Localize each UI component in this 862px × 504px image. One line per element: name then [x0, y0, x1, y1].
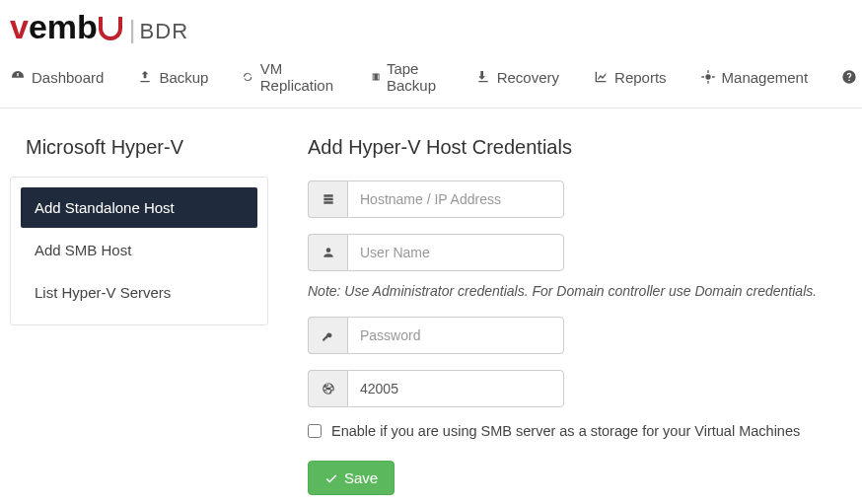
brand-logo: vemb | BDR [0, 0, 862, 50]
nav-recovery-label: Recovery [497, 69, 559, 86]
smb-row: Enable if you are using SMB server as a … [308, 423, 852, 439]
refresh-icon [242, 69, 253, 85]
nav-dashboard-label: Dashboard [32, 69, 104, 86]
globe-icon [308, 370, 347, 407]
nav-vmrep-label: VM Replication [260, 60, 337, 94]
brand-separator: | [129, 15, 136, 45]
sidebar-item-add-standalone-host[interactable]: Add Standalone Host [21, 187, 257, 228]
dashboard-icon [10, 69, 26, 85]
save-button-label: Save [344, 469, 378, 486]
upload-icon [137, 69, 153, 85]
brand-u-glyph [99, 17, 122, 40]
film-icon [371, 69, 381, 85]
main-nav: Dashboard Backup VM Replication Tape Bac… [0, 50, 862, 108]
server-icon [308, 180, 347, 218]
sidebar-item-add-smb-host[interactable]: Add SMB Host [21, 230, 257, 270]
user-icon [308, 234, 347, 271]
smb-label[interactable]: Enable if you are using SMB server as a … [331, 423, 800, 439]
password-input[interactable] [347, 317, 564, 354]
sidebar-item-label: List Hyper-V Servers [35, 284, 171, 301]
sidebar-item-label: Add Standalone Host [35, 199, 175, 216]
brand-product: BDR [140, 19, 188, 44]
port-row [308, 370, 564, 407]
nav-reports[interactable]: Reports [593, 60, 667, 94]
nav-backup[interactable]: Backup [137, 60, 208, 94]
chart-line-icon [593, 69, 609, 85]
nav-help[interactable]: Help [841, 60, 862, 94]
nav-vm-replication[interactable]: VM Replication [242, 60, 336, 94]
sidebar: Microsoft Hyper-V Add Standalone Host Ad… [10, 136, 268, 495]
save-button[interactable]: Save [308, 461, 395, 495]
username-input[interactable] [347, 234, 564, 271]
nav-management-label: Management [722, 69, 809, 86]
nav-management[interactable]: Management [700, 60, 809, 94]
page-title: Add Hyper-V Host Credentials [308, 136, 852, 159]
download-icon [475, 69, 491, 85]
hostname-input[interactable] [347, 180, 564, 218]
key-icon [308, 317, 347, 354]
nav-tape-backup[interactable]: Tape Backup [371, 60, 442, 94]
help-icon [841, 69, 857, 85]
sidebar-item-label: Add SMB Host [35, 242, 131, 258]
nav-recovery[interactable]: Recovery [475, 60, 559, 94]
credentials-note: Note: Use Administrator credentials. For… [308, 283, 852, 299]
page-body: Microsoft Hyper-V Add Standalone Host Ad… [0, 108, 862, 504]
sidebar-item-list-hyperv-servers[interactable]: List Hyper-V Servers [21, 272, 257, 313]
crosshair-icon [700, 69, 716, 85]
nav-backup-label: Backup [159, 69, 208, 86]
smb-checkbox[interactable] [308, 424, 322, 438]
brand-wordmark: vemb [10, 8, 123, 46]
main-content: Add Hyper-V Host Credentials Note: Use A… [308, 136, 852, 495]
sidebar-menu: Add Standalone Host Add SMB Host List Hy… [10, 177, 268, 325]
password-row [308, 317, 564, 354]
check-icon [324, 471, 338, 485]
hostname-row [308, 180, 564, 218]
sidebar-title: Microsoft Hyper-V [26, 136, 268, 159]
port-input[interactable] [347, 370, 564, 407]
nav-dashboard[interactable]: Dashboard [10, 60, 104, 94]
username-row [308, 234, 564, 271]
nav-reports-label: Reports [614, 69, 667, 86]
nav-tape-label: Tape Backup [387, 60, 442, 94]
